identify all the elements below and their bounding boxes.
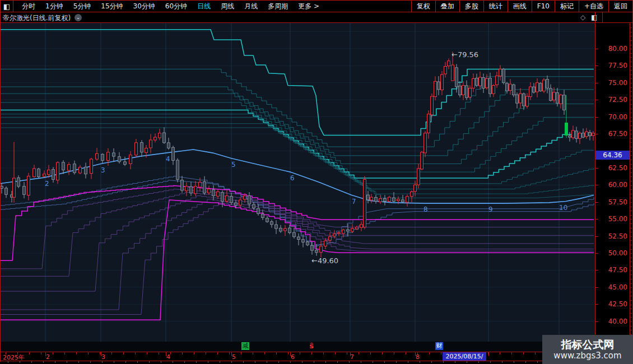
- toolbar-button-2[interactable]: 多股: [459, 1, 483, 12]
- toolbar-button-4[interactable]: 画线: [508, 1, 532, 12]
- period-tab-7[interactable]: 周线: [216, 2, 239, 11]
- price-label-8: 57.50: [601, 198, 627, 206]
- toolbar-button-8[interactable]: 返回: [608, 1, 633, 12]
- frame-axis-divider: [595, 12, 595, 352]
- chart-svg: 2345678910←79.56←49.60: [0, 22, 595, 342]
- toolbar-button-3[interactable]: 统计: [483, 1, 508, 12]
- line-count-label-7: 7: [352, 198, 356, 206]
- window-split-icon: ◧: [3, 3, 10, 10]
- period-tab-1[interactable]: 1分钟: [40, 2, 68, 11]
- frame-plot-top: [0, 22, 633, 23]
- price-label-9: 55.00: [601, 215, 627, 223]
- period-tab-10[interactable]: 更多 >: [293, 2, 324, 11]
- period-tab-8[interactable]: 月线: [239, 2, 263, 11]
- line-count-label-4: 4: [166, 155, 170, 163]
- price-label-11: 50.00: [601, 249, 627, 257]
- period-tab-6[interactable]: 日线: [192, 2, 216, 11]
- line-count-label-8: 8: [423, 206, 428, 213]
- frame-left: [0, 0, 1, 362]
- price-annotation-1: ←49.60: [311, 256, 338, 265]
- watermark-title: 指标公式网: [561, 338, 615, 351]
- dividend-badge[interactable]: ŝ: [308, 342, 315, 350]
- price-label-14: 42.50: [601, 300, 627, 308]
- period-tab-0[interactable]: 分时: [17, 2, 40, 11]
- period-tab-2[interactable]: 5分钟: [68, 2, 96, 11]
- toolbar-button-6[interactable]: 标记: [555, 1, 579, 12]
- time-label-7: 8: [416, 353, 420, 361]
- period-tab-3[interactable]: 15分钟: [96, 2, 128, 11]
- candlestick-chart[interactable]: 2345678910←79.56←49.60: [0, 22, 595, 342]
- trading-app-window: ◧ 分时1分钟5分钟15分钟30分钟60分钟日线周线月线多周期更多 > 复权叠加…: [0, 0, 633, 364]
- time-label-3: 4: [166, 353, 170, 361]
- price-label-12: 47.50: [601, 266, 627, 274]
- current-date-tag: 2025/08/15/五: [443, 352, 486, 361]
- line-count-label-5: 5: [231, 161, 236, 169]
- toolbar-right-buttons: 复权叠加多股统计画线F10标记+自选返回: [411, 1, 633, 12]
- diamond-icon[interactable]: ◇: [580, 13, 585, 21]
- price-label-4: 70.00: [601, 113, 627, 121]
- price-label-6: 62.50: [601, 164, 627, 172]
- price-label-10: 52.50: [601, 232, 627, 240]
- price-label-5: 67.50: [601, 130, 627, 138]
- period-tab-9[interactable]: 多周期: [263, 2, 293, 11]
- price-label-2: 75.00: [601, 79, 627, 87]
- price-label-1: 77.50: [601, 62, 627, 69]
- toolbar-button-1[interactable]: 叠加: [435, 1, 459, 12]
- price-label-3: 72.50: [601, 96, 627, 104]
- current-price-tag: 64.36: [595, 151, 630, 160]
- watermark-url: www.zbgs3.com: [553, 351, 621, 361]
- frame-axis-inner: [630, 22, 630, 352]
- toolbar-button-5[interactable]: F10: [532, 1, 555, 12]
- time-label-6: 7: [350, 353, 354, 361]
- line-count-label-6: 6: [290, 174, 295, 182]
- period-tab-5[interactable]: 60分钟: [160, 2, 192, 11]
- line-count-label-9: 9: [488, 206, 493, 213]
- title-bar: 帝尔激光(日线.前复权) ⌄ ◇ ◧: [0, 12, 633, 22]
- event-marker-strip: 减ŝ财: [0, 342, 595, 352]
- time-label-5: 6: [291, 353, 295, 361]
- line-count-label-3: 3: [101, 166, 105, 174]
- frame-title-corner: [602, 12, 603, 22]
- time-label-0: 2025年: [3, 353, 25, 362]
- stock-title: 帝尔激光(日线.前复权): [3, 13, 71, 23]
- reduce-badge[interactable]: 减: [241, 342, 249, 350]
- window-layout-button[interactable]: ◧: [0, 1, 13, 12]
- toolbar-button-0[interactable]: 复权: [411, 1, 435, 12]
- line-count-label-10: 10: [559, 204, 567, 212]
- time-label-2: 3: [101, 353, 105, 361]
- period-tabs: 分时1分钟5分钟15分钟30分钟60分钟日线周线月线多周期更多 >: [13, 2, 411, 11]
- watermark: 指标公式网 www.zbgs3.com: [542, 335, 633, 364]
- split-screen-icon[interactable]: ◧: [591, 13, 597, 21]
- time-axis: 2025年23456782025/08/15/五: [0, 352, 633, 361]
- toolbar-button-7[interactable]: +自选: [579, 1, 608, 12]
- period-tab-4[interactable]: 30分钟: [128, 2, 160, 11]
- period-toolbar: ◧ 分时1分钟5分钟15分钟30分钟60分钟日线周线月线多周期更多 > 复权叠加…: [0, 0, 633, 12]
- price-annotation-0: ←79.56: [452, 50, 478, 59]
- price-axis: 80.0077.5075.0072.5070.0067.5062.5060.00…: [595, 22, 633, 352]
- price-label-0: 80.00: [601, 45, 627, 53]
- price-label-13: 45.00: [601, 283, 627, 291]
- price-label-15: 40.00: [601, 318, 627, 325]
- time-label-4: 5: [232, 353, 236, 361]
- bottom-clipped-strip: [0, 361, 633, 364]
- price-label-7: 60.00: [601, 181, 627, 189]
- time-label-1: 2: [46, 353, 50, 361]
- report-badge[interactable]: 财: [435, 342, 443, 350]
- chevron-down-icon[interactable]: ⌄: [75, 14, 82, 21]
- line-count-label-2: 2: [45, 180, 49, 188]
